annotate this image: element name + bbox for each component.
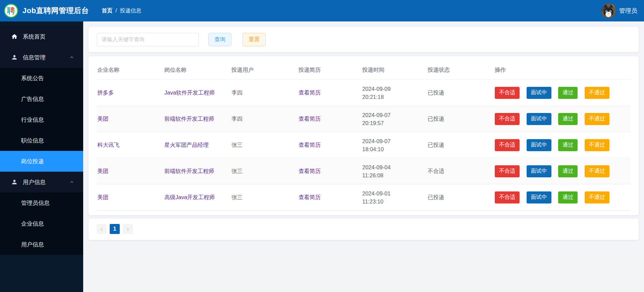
- col-status: 投递状态: [427, 59, 494, 80]
- col-resume: 投递简历: [298, 59, 362, 80]
- apply-time: 18:04:10: [362, 145, 427, 153]
- pagination: ‹ 1 ›: [89, 219, 639, 240]
- app-logo: 聘: [4, 4, 18, 18]
- next-page-button[interactable]: ›: [123, 224, 133, 234]
- mark-fail-button[interactable]: 不通过: [585, 87, 609, 99]
- company-link[interactable]: 美团: [97, 168, 108, 174]
- job-link[interactable]: 高级Java开发工程师: [164, 194, 215, 200]
- mark-unsuitable-button[interactable]: 不合适: [495, 165, 520, 177]
- mark-fail-button[interactable]: 不通过: [585, 113, 609, 125]
- keyword-search-input[interactable]: [97, 33, 199, 46]
- company-link[interactable]: 科大讯飞: [97, 142, 119, 148]
- applicant-name: 张三: [231, 142, 243, 148]
- apply-time: 20:21:18: [362, 93, 427, 101]
- sidebar-item-label: 企业信息: [21, 220, 44, 228]
- sidebar-item-label: 职位信息: [21, 137, 44, 144]
- mark-pass-button[interactable]: 通过: [558, 113, 578, 125]
- sidebar-item-ads[interactable]: 广告信息: [0, 89, 83, 109]
- view-resume-link[interactable]: 查看简历: [299, 142, 321, 148]
- sidebar-group-users[interactable]: 用户信息: [0, 172, 83, 192]
- mark-interviewing-button[interactable]: 面试中: [527, 191, 551, 203]
- breadcrumb-current: 投递信息: [120, 7, 142, 14]
- sidebar-item-label: 广告信息: [21, 95, 44, 103]
- sidebar-item-label: 系统首页: [23, 33, 46, 41]
- home-icon: [11, 33, 18, 40]
- sidebar-item-positions[interactable]: 职位信息: [0, 130, 83, 151]
- apply-time: 20:19:57: [362, 119, 427, 127]
- mark-interviewing-button[interactable]: 面试中: [527, 87, 551, 99]
- sidebar-group-info[interactable]: 信息管理: [0, 47, 83, 68]
- view-resume-link[interactable]: 查看简历: [299, 116, 321, 122]
- job-link[interactable]: 星火军团产品经理: [164, 142, 209, 148]
- mark-unsuitable-button[interactable]: 不合适: [495, 113, 520, 125]
- logo-glyph: 聘: [7, 5, 15, 16]
- apply-date: 2024-09-07: [362, 111, 427, 119]
- user-name: 管理员: [619, 7, 637, 15]
- status-text: 已投递: [428, 90, 444, 96]
- company-link[interactable]: 拼多多: [97, 90, 114, 96]
- job-link[interactable]: 前端软件开发工程师: [164, 168, 214, 174]
- sidebar-item-companies[interactable]: 企业信息: [0, 213, 83, 234]
- job-link[interactable]: Java软件开发工程师: [164, 90, 215, 96]
- table-row: 美团 高级Java开发工程师 张三 查看简历 2024-09-01 11:23:…: [97, 184, 631, 211]
- apply-date: 2024-09-07: [362, 137, 427, 145]
- breadcrumb-home[interactable]: 首页: [102, 7, 112, 14]
- sidebar-item-home[interactable]: 系统首页: [0, 26, 83, 47]
- applications-table-card: 企业名称 岗位名称 投递用户 投递简历 投递时间 投递状态 操作 拼多多 Jav…: [89, 56, 639, 215]
- chevron-up-icon: [69, 179, 74, 185]
- apply-date: 2024-09-09: [362, 85, 427, 93]
- prev-page-button[interactable]: ‹: [97, 224, 107, 234]
- table-row: 美团 前端软件开发工程师 李四 查看简历 2024-09-07 20:19:57…: [97, 106, 631, 132]
- mark-pass-button[interactable]: 通过: [558, 191, 578, 203]
- col-company: 企业名称: [97, 59, 164, 80]
- sidebar-submenu-info: 系统公告 广告信息 行业信息 职位信息 岗位投递: [0, 68, 83, 172]
- sidebar-item-label: 用户信息: [21, 241, 44, 248]
- view-resume-link[interactable]: 查看简历: [299, 194, 321, 200]
- mark-interviewing-button[interactable]: 面试中: [527, 139, 551, 151]
- apply-time: 11:23:10: [362, 197, 427, 206]
- mark-pass-button[interactable]: 通过: [558, 165, 578, 177]
- col-user: 投递用户: [231, 59, 298, 80]
- mark-fail-button[interactable]: 不通过: [585, 165, 609, 177]
- mark-pass-button[interactable]: 通过: [558, 139, 578, 151]
- sidebar-submenu-users: 管理员信息 企业信息 用户信息: [0, 192, 83, 255]
- applicant-name: 李四: [231, 90, 243, 96]
- sidebar-item-users[interactable]: 用户信息: [0, 234, 83, 255]
- mark-fail-button[interactable]: 不通过: [585, 191, 609, 203]
- sidebar-item-industries[interactable]: 行业信息: [0, 109, 83, 130]
- sidebar-item-job-applications[interactable]: 岗位投递: [0, 151, 83, 172]
- table-header-row: 企业名称 岗位名称 投递用户 投递简历 投递时间 投递状态 操作: [97, 59, 631, 80]
- top-header: 聘 Job直聘网管理后台 首页 / 投递信息 管理员: [0, 0, 644, 21]
- sidebar-item-admins[interactable]: 管理员信息: [0, 192, 83, 213]
- sidebar-item-label: 管理员信息: [21, 199, 50, 207]
- col-job: 岗位名称: [164, 59, 231, 80]
- query-button[interactable]: 查询: [208, 33, 231, 46]
- mark-unsuitable-button[interactable]: 不合适: [495, 191, 520, 203]
- breadcrumb: 首页 / 投递信息: [102, 7, 141, 14]
- chevron-up-icon: [69, 55, 74, 60]
- mark-fail-button[interactable]: 不通过: [585, 139, 609, 151]
- mark-interviewing-button[interactable]: 面试中: [527, 165, 551, 177]
- mark-unsuitable-button[interactable]: 不合适: [495, 87, 520, 99]
- view-resume-link[interactable]: 查看简历: [299, 168, 321, 174]
- company-link[interactable]: 美团: [97, 194, 108, 200]
- apply-time: 11:26:08: [362, 171, 427, 179]
- user-avatar[interactable]: [601, 3, 616, 18]
- sidebar-item-announcements[interactable]: 系统公告: [0, 68, 83, 89]
- user-icon: [11, 54, 18, 61]
- mark-unsuitable-button[interactable]: 不合适: [495, 139, 520, 151]
- col-time: 投递时间: [362, 59, 427, 80]
- status-text: 已投递: [428, 142, 444, 148]
- status-text: 已投递: [428, 194, 444, 200]
- apply-date: 2024-09-01: [362, 189, 427, 197]
- company-link[interactable]: 美团: [97, 116, 108, 122]
- reset-button[interactable]: 重置: [243, 33, 266, 46]
- mark-pass-button[interactable]: 通过: [558, 87, 578, 99]
- page-number-1[interactable]: 1: [110, 224, 120, 234]
- cat-avatar-image: [601, 3, 616, 18]
- col-actions: 操作: [494, 59, 631, 80]
- mark-interviewing-button[interactable]: 面试中: [527, 113, 551, 125]
- applicant-name: 张三: [231, 168, 243, 174]
- view-resume-link[interactable]: 查看简历: [299, 90, 321, 96]
- job-link[interactable]: 前端软件开发工程师: [164, 116, 214, 122]
